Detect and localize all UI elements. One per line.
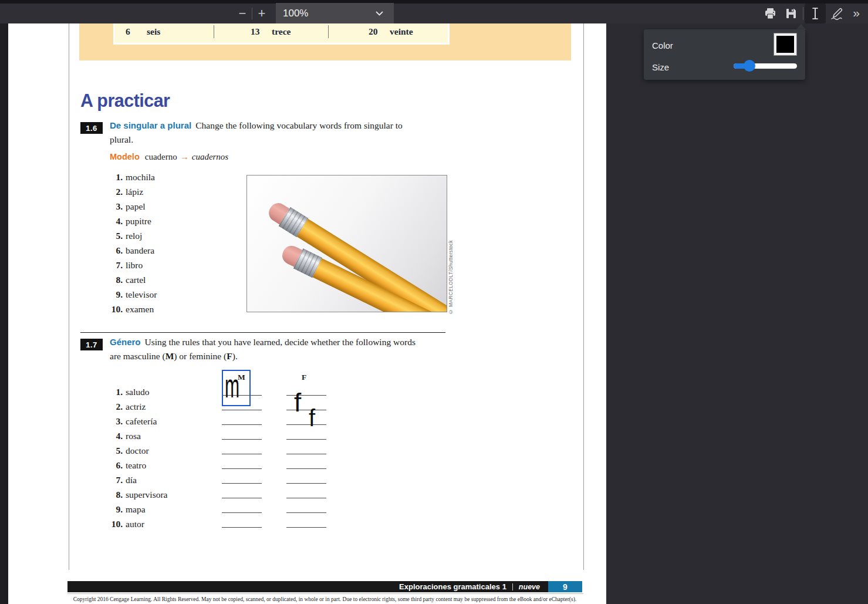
page-right-edge: [583, 23, 584, 570]
answer-blank-f[interactable]: [286, 517, 326, 528]
modelo-from: cuaderno: [145, 152, 177, 161]
answer-blank-m[interactable]: [222, 443, 262, 454]
list-item: 9.televisor: [94, 287, 157, 302]
item-number: 7.: [94, 473, 123, 487]
exercise-instruction-line1: Change the following vocabulary words fr…: [195, 120, 403, 130]
item-word: papel: [126, 201, 146, 211]
item-word: cafetería: [126, 416, 157, 426]
exercise-instruction-line2: are masculine (M) or feminine (F).: [110, 349, 443, 363]
answer-blank-f[interactable]: [286, 473, 326, 484]
ebook-viewer: − + 100%: [0, 0, 868, 604]
item-word: rosa: [126, 431, 141, 441]
save-icon: [786, 8, 796, 19]
viewer-left-gutter: [0, 23, 8, 604]
text-tool-button[interactable]: [805, 4, 826, 23]
annotation-text-m[interactable]: m: [225, 369, 239, 403]
zoom-level-value: 100%: [283, 8, 308, 19]
item-number: 6.: [94, 243, 123, 258]
answer-blank-m[interactable]: [222, 473, 262, 484]
item-number: 5.: [94, 228, 123, 243]
number-table-cell: 20veinte: [328, 25, 445, 38]
item-number: 4.: [94, 214, 123, 228]
answer-blank-f[interactable]: [286, 487, 326, 498]
save-button[interactable]: [781, 4, 802, 23]
zoom-level-dropdown[interactable]: 100%: [276, 3, 394, 23]
exercise-title: Género: [110, 337, 141, 347]
annotation-text-f[interactable]: f: [294, 390, 301, 416]
exercise-1-6-heading: De singular a pluralChange the following…: [110, 119, 443, 147]
zoom-out-button[interactable]: −: [235, 7, 250, 20]
list-item: 3.papel: [94, 199, 157, 214]
answer-blank-f[interactable]: [286, 414, 326, 425]
instruction-text: are masculine (: [110, 351, 166, 361]
modelo-to: cuadernos: [192, 152, 229, 161]
page-number-badge: 9: [548, 581, 582, 592]
color-label: Color: [652, 41, 673, 50]
zoom-controls: − +: [235, 4, 269, 23]
list-item: 9.mapa: [94, 502, 167, 517]
toolbar-right-icons: »: [759, 4, 868, 23]
toolbar-divider: [803, 7, 803, 20]
size-slider-thumb[interactable]: [744, 60, 755, 72]
item-word: doctor: [126, 446, 149, 455]
item-number: 6.: [94, 458, 123, 473]
number-table-cell: 13trece: [214, 25, 328, 38]
answer-blank-m[interactable]: [222, 428, 262, 440]
answer-blank-f[interactable]: [286, 384, 326, 396]
item-word: pupitre: [126, 216, 151, 226]
item-number: 4.: [94, 428, 123, 443]
list-item: 7.día: [94, 473, 167, 487]
instruction-text: ) or feminine (: [174, 351, 227, 361]
answer-blank-m[interactable]: [222, 487, 262, 498]
number: 6: [126, 26, 137, 37]
draw-tool-button[interactable]: [826, 4, 847, 23]
item-number: 10.: [94, 302, 123, 316]
answer-blank-f[interactable]: [286, 458, 326, 469]
modelo-example: Modelocuaderno→cuadernos: [110, 152, 228, 162]
item-word: bandera: [126, 245, 154, 255]
list-item: 5.doctor: [94, 443, 167, 458]
list-item: 1.mochila: [94, 170, 157, 184]
more-tools-button[interactable]: »: [853, 6, 860, 20]
section-divider: [80, 332, 445, 333]
color-swatch[interactable]: [774, 33, 796, 55]
answer-blank-f[interactable]: [286, 443, 326, 454]
item-number: 5.: [94, 443, 123, 458]
item-number: 10.: [94, 517, 123, 531]
list-item: 8.supervisora: [94, 487, 167, 502]
modelo-label: Modelo: [110, 152, 140, 161]
answer-blank-f[interactable]: [286, 399, 326, 410]
annotation-text-f[interactable]: f: [309, 406, 315, 430]
exercise-1-7-list: 1.saludo2.actriz3.cafetería4.rosa5.docto…: [94, 384, 167, 531]
item-word: reloj: [126, 231, 142, 241]
item-number: 7.: [94, 258, 123, 272]
zoom-in-button[interactable]: +: [254, 7, 269, 20]
item-word: supervisora: [126, 490, 167, 500]
page-bottom-edge: [67, 593, 583, 594]
answer-blank-m[interactable]: [222, 458, 262, 469]
item-number: 9.: [94, 502, 123, 517]
answer-blank-m[interactable]: [222, 517, 262, 528]
list-item: 6.teatro: [94, 458, 167, 473]
copyright-notice: Copyright 2016 Cengage Learning. All Rig…: [67, 596, 582, 602]
item-word: mapa: [126, 504, 146, 514]
item-number: 8.: [94, 487, 123, 502]
vocabulary-table-band: 6seis13trece20veinte: [79, 23, 571, 60]
photo-credit: © MARCELODLT/Shutterstock: [448, 238, 454, 315]
item-word: libro: [126, 260, 143, 270]
number-word: veinte: [390, 26, 413, 37]
list-item: 2.actriz: [94, 399, 167, 414]
chevron-down-icon: [376, 11, 383, 16]
item-word: actriz: [126, 401, 146, 411]
size-label: Size: [652, 62, 669, 72]
item-word: examen: [126, 304, 154, 314]
size-slider[interactable]: [734, 63, 797, 69]
answer-blank-m[interactable]: [222, 502, 262, 513]
answer-blank-m[interactable]: [222, 414, 262, 425]
exercise-1-7-heading: GéneroUsing the rules that you have lear…: [110, 335, 443, 363]
list-item: 10.autor: [94, 517, 167, 531]
answer-blank-f[interactable]: [286, 428, 326, 440]
exercise-instruction-line2: plural.: [110, 133, 443, 147]
print-button[interactable]: [759, 4, 781, 23]
answer-blank-f[interactable]: [286, 502, 326, 513]
